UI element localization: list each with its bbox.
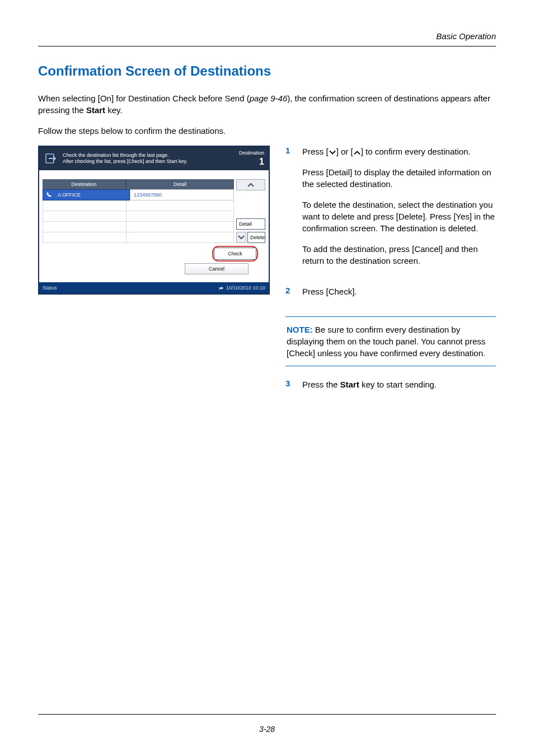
page-number: 3-28: [0, 725, 534, 734]
s1-b: ] or [: [336, 147, 353, 156]
step-number: 3: [285, 379, 292, 399]
cancel-button[interactable]: Cancel: [185, 263, 249, 274]
step-1-p4: To add the destination, press [Cancel] a…: [302, 243, 496, 267]
footer-rule: [38, 714, 496, 715]
shortcut-icon: [218, 285, 224, 291]
s3-c: key to start sending.: [359, 380, 437, 389]
table-row-empty: [43, 211, 234, 222]
row-detail: 1234567890: [130, 189, 234, 200]
status-label[interactable]: Status: [43, 285, 57, 291]
intro1-e: key.: [105, 105, 123, 115]
step-number: 2: [285, 286, 292, 306]
section-title: Confirmation Screen of Destinations: [38, 63, 496, 79]
s3-b: Start: [340, 380, 359, 389]
phone-icon: [43, 189, 54, 200]
s1-c: ] to confirm every destination.: [361, 147, 471, 156]
note-text: Be sure to confirm every destination by …: [287, 325, 485, 358]
status-bar: Status 10/10/2010 10:10: [39, 282, 269, 293]
step-1: 1 Press [] or [] to confirm every destin…: [285, 146, 496, 276]
note-label: NOTE:: [287, 325, 313, 334]
chevron-up-icon: [247, 182, 255, 188]
col-detail: Detail: [126, 179, 234, 189]
s3-a: Press the: [302, 380, 340, 389]
note-box: NOTE: Be sure to confirm every destinati…: [285, 316, 496, 366]
delete-button[interactable]: Delete: [247, 232, 265, 243]
destination-counter-value: 1: [239, 156, 264, 167]
chevron-down-icon: [329, 150, 336, 156]
intro1-pageref: page 9-46: [250, 94, 288, 103]
screen-titlebar: Check the destination list through the l…: [39, 147, 269, 170]
scroll-up-button[interactable]: [236, 179, 265, 190]
check-button[interactable]: Check: [214, 248, 256, 260]
destination-counter: Destination 1: [239, 150, 264, 167]
chevron-down-icon: [237, 235, 245, 240]
table-row-empty: [43, 232, 234, 243]
destination-counter-label: Destination: [239, 150, 264, 156]
col-destination: Destination: [43, 179, 126, 189]
step-1-p2: Press [Detail] to display the detailed i…: [302, 166, 496, 190]
send-icon: [44, 151, 58, 166]
chevron-up-icon: [353, 150, 361, 156]
s1-a: Press [: [302, 147, 329, 156]
status-timestamp: 10/10/2010 10:10: [226, 285, 265, 291]
help-line-1: Check the destination list through the l…: [63, 152, 235, 158]
intro-paragraph-2: Follow the steps below to confirm the de…: [38, 125, 496, 137]
step-1-line-1: Press [] or [] to confirm every destinat…: [302, 146, 496, 157]
step-3: 3 Press the Start key to start sending.: [285, 379, 496, 399]
running-head: Basic Operation: [38, 31, 496, 41]
step-2: 2 Press [Check].: [285, 286, 496, 306]
step-2-text: Press [Check].: [302, 286, 357, 297]
step-1-p3: To delete the destination, select the de…: [302, 199, 496, 234]
intro1-a: When selecting [On] for Destination Chec…: [38, 94, 250, 103]
intro1-start: Start: [86, 105, 105, 115]
table-row-empty: [43, 200, 234, 211]
header-rule: [38, 46, 496, 46]
table-row-empty: [43, 222, 234, 232]
table-row[interactable]: A OFFICE 1234567890: [43, 189, 234, 200]
table-header: Destination Detail: [43, 179, 234, 189]
confirmation-screen: Check the destination list through the l…: [38, 146, 270, 295]
detail-button[interactable]: Detail: [236, 218, 265, 230]
scroll-down-button[interactable]: [236, 232, 246, 243]
intro-paragraph-1: When selecting [On] for Destination Chec…: [38, 92, 496, 116]
step-number: 1: [285, 146, 292, 276]
help-line-2: After checking the list, press [Check] a…: [63, 158, 235, 165]
step-3-text: Press the Start key to start sending.: [302, 379, 437, 390]
row-destination: A OFFICE: [54, 189, 130, 200]
